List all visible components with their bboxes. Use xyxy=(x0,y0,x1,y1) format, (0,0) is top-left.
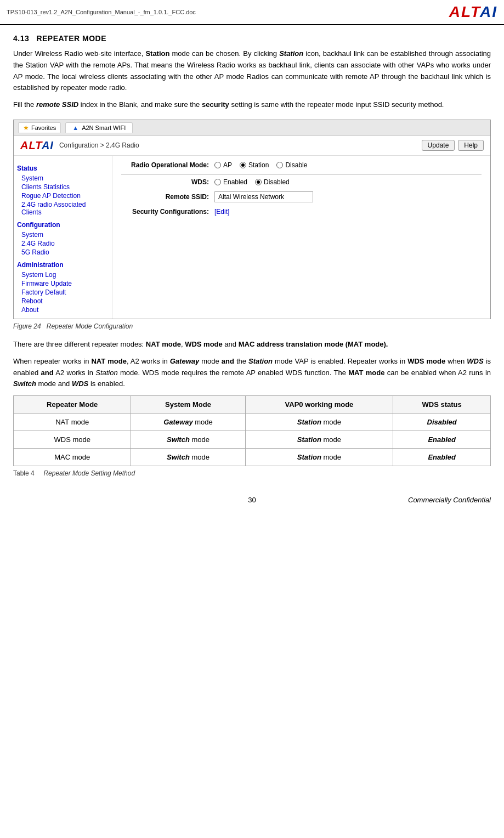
sidebar-item-firmware-update[interactable]: Firmware Update xyxy=(17,279,109,288)
config-body: Status System Clients Statistics Rogue A… xyxy=(14,156,490,319)
config-breadcrumb: Configuration > 2.4G Radio xyxy=(59,141,416,149)
sidebar-item-config-system[interactable]: System xyxy=(17,230,109,239)
sidebar-item-2g-radio[interactable]: 2.4G Radio xyxy=(17,239,109,248)
table-row-nat: NAT mode Gateway mode Station mode Disab… xyxy=(14,414,491,431)
wds-disabled-label: Disabled xyxy=(264,178,290,186)
table-cell-switch-mode-2: Switch mode xyxy=(131,449,245,466)
section-number: 4.13 xyxy=(13,34,29,43)
ui-screenshot-box: ★ Favorites ▲ A2N Smart WIFI ALTAI Confi… xyxy=(13,120,491,319)
table-row-wds: WDS mode Switch mode Station mode Enable… xyxy=(14,431,491,449)
config-logo: ALTAI xyxy=(20,139,54,152)
body-paragraph-2: Fill the remote SSID index in the Blank,… xyxy=(13,99,491,111)
radio-disable-label: Disable xyxy=(285,161,307,169)
config-interface: ALTAI Configuration > 2.4G Radio Update … xyxy=(14,136,490,319)
sidebar-item-factory-default[interactable]: Factory Default xyxy=(17,288,109,297)
sidebar: Status System Clients Statistics Rogue A… xyxy=(14,156,112,319)
page-content: 4.13 Repeater Mode Under Wireless Radio … xyxy=(0,25,504,486)
remote-ssid-row: Remote SSID: xyxy=(121,191,482,202)
radio-station-label: Station xyxy=(248,161,269,169)
radio-ap-option[interactable]: AP xyxy=(214,161,232,169)
security-edit-link[interactable]: [Edit] xyxy=(214,208,229,216)
confidential-label: Commercially Confidential xyxy=(408,496,491,504)
wds-enabled-circle xyxy=(214,179,221,185)
help-button[interactable]: Help xyxy=(458,140,484,151)
main-panel: Radio Operational Mode: AP Station xyxy=(112,156,490,319)
security-label: Security Configurations: xyxy=(121,208,209,216)
table-header-wds-status: WDS status xyxy=(393,396,491,414)
wds-group: Enabled Disabled xyxy=(214,178,290,186)
body-paragraph-1: Under Wireless Radio web-site interface,… xyxy=(13,48,491,94)
favorites-star-icon: ★ xyxy=(23,124,29,132)
sidebar-item-reboot[interactable]: Reboot xyxy=(17,297,109,305)
sidebar-item-associated-clients[interactable]: 2.4G radio Associated Clients xyxy=(17,200,109,217)
radio-station-circle xyxy=(240,162,246,168)
table-header-repeater-mode: Repeater Mode xyxy=(14,396,131,414)
radio-station-option[interactable]: Station xyxy=(240,161,269,169)
radio-disable-circle xyxy=(276,162,283,168)
table-cell-wds-mode: WDS mode xyxy=(14,431,131,449)
document-title: TPS10-013_rev1.2_A2N_Configuration_Manua… xyxy=(7,9,196,15)
figure-word: Figure xyxy=(13,322,33,330)
remote-ssid-label: Remote SSID: xyxy=(121,193,209,201)
table-caption: Table 4 Repeater Mode Setting Method xyxy=(13,469,491,477)
wds-label: WDS: xyxy=(121,178,209,186)
company-logo: ALTAI xyxy=(449,3,497,21)
radio-ap-label: AP xyxy=(223,161,232,169)
section-heading: 4.13 Repeater Mode xyxy=(13,34,491,43)
tab-icon: ▲ xyxy=(72,124,78,131)
wds-row: WDS: Enabled Disabled xyxy=(121,178,482,186)
config-actions: Update Help xyxy=(422,140,484,151)
security-row: Security Configurations: [Edit] xyxy=(121,208,482,216)
table-row-mac: MAC mode Switch mode Station mode Enable… xyxy=(14,449,491,466)
radio-mode-group: AP Station Disable xyxy=(214,161,307,169)
table-cell-nat-mode: NAT mode xyxy=(14,414,131,431)
figure-caption: Figure 24 Repeater Mode Configuration xyxy=(13,322,491,330)
wds-disabled-circle xyxy=(255,179,262,185)
form-divider-1 xyxy=(121,174,482,175)
favorites-button[interactable]: ★ Favorites xyxy=(18,122,61,133)
sidebar-item-system-log[interactable]: System Log xyxy=(17,270,109,279)
page-number: 30 xyxy=(248,496,256,504)
radio-ap-circle xyxy=(214,162,221,168)
radio-mode-label: Radio Operational Mode: xyxy=(121,161,209,169)
sidebar-item-about[interactable]: About xyxy=(17,305,109,314)
page-header: TPS10-013_rev1.2_A2N_Configuration_Manua… xyxy=(0,0,504,25)
wds-disabled-option[interactable]: Disabled xyxy=(255,178,290,186)
repeater-mode-table: Repeater Mode System Mode VAP0 working m… xyxy=(13,395,491,466)
tab-label: A2N Smart WIFI xyxy=(82,124,126,131)
table-header-system-mode: System Mode xyxy=(131,396,245,414)
table-cell-wds-wds: Enabled xyxy=(393,431,491,449)
figure-number: 24 xyxy=(33,322,41,330)
sidebar-administration-title: Administration xyxy=(17,261,109,269)
modes-paragraph-1: There are three different repeater modes… xyxy=(13,339,491,350)
table-caption-prefix: Table 4 xyxy=(13,469,35,477)
sidebar-item-rogue-ap[interactable]: Rogue AP Detection xyxy=(17,191,109,200)
radio-disable-option[interactable]: Disable xyxy=(276,161,307,169)
sidebar-item-system[interactable]: System xyxy=(17,174,109,183)
sidebar-item-5g-radio[interactable]: 5G Radio xyxy=(17,248,109,257)
sidebar-item-clients-statistics[interactable]: Clients Statistics xyxy=(17,183,109,191)
page-footer: 30 Commercially Confidential xyxy=(0,491,504,508)
config-topbar: ALTAI Configuration > 2.4G Radio Update … xyxy=(14,136,490,156)
table-cell-mac-wds: Enabled xyxy=(393,449,491,466)
figure-caption-text: Repeater Mode Configuration xyxy=(47,322,133,330)
update-button[interactable]: Update xyxy=(422,140,455,151)
table-cell-nat-vap0: Station mode xyxy=(245,414,393,431)
browser-chrome: ★ Favorites ▲ A2N Smart WIFI xyxy=(14,120,490,136)
remote-ssid-input[interactable] xyxy=(214,191,313,202)
table-header-vap0-mode: VAP0 working mode xyxy=(245,396,393,414)
wds-enabled-option[interactable]: Enabled xyxy=(214,178,247,186)
favorites-label: Favorites xyxy=(31,124,56,131)
table-cell-mac-vap0: Station mode xyxy=(245,449,393,466)
table-cell-mac-mode: MAC mode xyxy=(14,449,131,466)
table-cell-nat-wds: Disabled xyxy=(393,414,491,431)
radio-mode-row: Radio Operational Mode: AP Station xyxy=(121,161,482,169)
table-cell-wds-vap0: Station mode xyxy=(245,431,393,449)
sidebar-configuration-title: Configuration xyxy=(17,221,109,229)
modes-paragraph-2: When repeater works in NAT mode, A2 work… xyxy=(13,356,491,390)
wds-enabled-label: Enabled xyxy=(223,178,247,186)
section-title: Repeater Mode xyxy=(36,34,106,43)
sidebar-status-title: Status xyxy=(17,165,109,172)
table-caption-text: Repeater Mode Setting Method xyxy=(43,469,135,477)
browser-tab[interactable]: ▲ A2N Smart WIFI xyxy=(65,122,133,133)
